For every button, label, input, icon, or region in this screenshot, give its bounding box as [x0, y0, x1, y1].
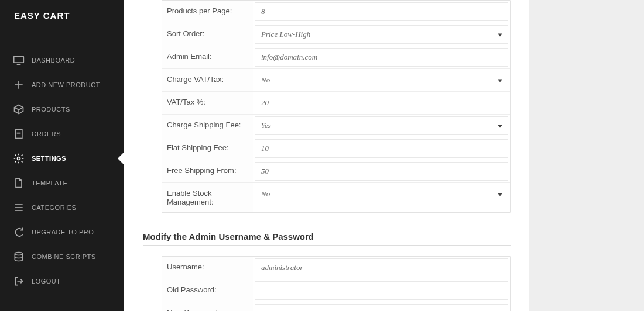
label-flat-ship: Flat Shipping Fee: — [162, 137, 253, 160]
sidebar-item-label: TEMPLATE — [32, 179, 67, 186]
admin-section-hr — [143, 245, 511, 246]
input-products-per-page[interactable] — [255, 2, 508, 21]
row-flat-ship: Flat Shipping Fee: — [162, 137, 510, 160]
select-charge-ship[interactable]: Yes — [255, 116, 508, 135]
select-stock-mgmt[interactable]: No — [255, 185, 508, 203]
label-vat-pct: VAT/Tax %: — [162, 92, 253, 114]
input-vat-pct[interactable] — [255, 94, 508, 112]
sidebar-item-template[interactable]: TEMPLATE — [0, 171, 124, 195]
label-new-password: New Password: — [162, 302, 253, 311]
input-username[interactable] — [255, 258, 508, 277]
logout-icon — [13, 275, 25, 287]
receipt-icon — [13, 128, 25, 140]
sidebar-item-settings[interactable]: SETTINGS — [0, 146, 124, 171]
monitor-icon — [13, 54, 25, 66]
input-free-ship[interactable] — [255, 162, 508, 181]
label-charge-ship: Charge Shipping Fee: — [162, 115, 253, 137]
svg-point-8 — [18, 157, 20, 160]
row-vat-pct: VAT/Tax %: — [162, 91, 510, 114]
brand-title: EASY CART — [14, 11, 110, 20]
file-icon — [13, 177, 25, 189]
input-admin-email[interactable] — [255, 48, 508, 67]
sidebar-item-label: COMBINE SCRIPTS — [32, 253, 96, 260]
label-charge-vat: Charge VAT/Tax: — [162, 69, 253, 91]
sidebar-item-label: LOGOUT — [32, 278, 60, 285]
admin-section-heading: Modify the Admin Username & Password — [143, 231, 511, 241]
right-gutter — [529, 0, 644, 311]
main: Products per Page: Sort Order: Price Low… — [124, 0, 644, 311]
row-charge-vat: Charge VAT/Tax: No — [162, 68, 510, 91]
sidebar-item-label: CATEGORIES — [32, 204, 76, 211]
input-flat-ship[interactable] — [255, 139, 508, 158]
sidebar-item-label: ORDERS — [32, 130, 61, 137]
sidebar-item-products[interactable]: PRODUCTS — [0, 97, 124, 122]
sidebar-item-combine[interactable]: COMBINE SCRIPTS — [0, 244, 124, 269]
sidebar-item-label: ADD NEW PRODUCT — [32, 81, 100, 88]
label-admin-email: Admin Email: — [162, 46, 253, 68]
row-stock-mgmt: Enable Stock Management: No — [162, 182, 510, 212]
row-old-password: Old Password: — [162, 279, 510, 302]
sidebar: EASY CART DASHBOARD ADD NEW PRODUCT PROD… — [0, 0, 124, 311]
gear-icon — [13, 153, 25, 164]
database-icon — [13, 251, 25, 262]
admin-table: Username: Old Password: New Password: — [162, 256, 511, 311]
sidebar-item-add-product[interactable]: ADD NEW PRODUCT — [0, 72, 124, 97]
label-free-ship: Free Shipping From: — [162, 160, 253, 182]
plus-icon — [13, 79, 25, 91]
sidebar-item-label: SETTINGS — [32, 155, 66, 162]
row-username: Username: — [162, 257, 510, 279]
sidebar-item-upgrade[interactable]: UPGRADE TO PRO — [0, 220, 124, 244]
svg-point-12 — [15, 253, 22, 255]
select-charge-vat[interactable]: No — [255, 71, 508, 89]
label-old-password: Old Password: — [162, 279, 253, 302]
row-sort-order: Sort Order: Price Low-High — [162, 23, 510, 46]
sidebar-item-logout[interactable]: LOGOUT — [0, 269, 124, 293]
row-new-password: New Password: — [162, 302, 510, 311]
sidebar-item-orders[interactable]: ORDERS — [0, 122, 124, 146]
row-products-per-page: Products per Page: — [162, 1, 510, 23]
row-free-ship: Free Shipping From: — [162, 160, 510, 182]
sidebar-item-dashboard[interactable]: DASHBOARD — [0, 48, 124, 72]
sidebar-item-categories[interactable]: CATEGORIES — [0, 195, 124, 220]
sidebar-item-label: PRODUCTS — [32, 106, 70, 113]
row-admin-email: Admin Email: — [162, 46, 510, 68]
row-charge-ship: Charge Shipping Fee: Yes — [162, 114, 510, 137]
sidebar-nav: DASHBOARD ADD NEW PRODUCT PRODUCTS ORDER… — [0, 48, 124, 293]
select-sort-order[interactable]: Price Low-High — [255, 25, 508, 44]
input-old-password[interactable] — [255, 281, 508, 300]
label-username: Username: — [162, 257, 253, 279]
sidebar-item-label: UPGRADE TO PRO — [32, 229, 94, 236]
svg-rect-0 — [14, 56, 24, 63]
label-stock-mgmt: Enable Stock Management: — [162, 183, 253, 212]
list-icon — [13, 202, 25, 213]
input-new-password[interactable] — [255, 304, 508, 311]
refresh-icon — [13, 226, 25, 238]
brand-divider — [14, 29, 110, 29]
label-sort-order: Sort Order: — [162, 23, 253, 46]
label-products-per-page: Products per Page: — [162, 1, 253, 23]
settings-table: Products per Page: Sort Order: Price Low… — [162, 0, 511, 213]
sidebar-item-label: DASHBOARD — [32, 57, 75, 64]
box-icon — [13, 103, 25, 115]
